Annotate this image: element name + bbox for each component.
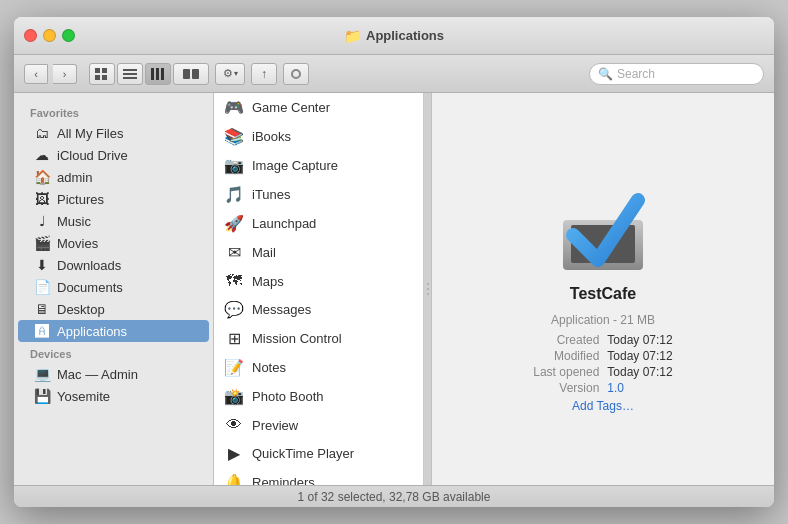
tag-button[interactable] [283,63,309,85]
titlebar: 📁 Applications [14,17,774,55]
sidebar-item-admin[interactable]: 🏠 admin [18,166,209,188]
grid-icon [95,68,109,80]
svg-rect-3 [102,75,107,80]
view-icon-button[interactable] [89,63,115,85]
version-label: Version [533,381,599,395]
file-item-launchpad[interactable]: 🚀 Launchpad [214,209,423,238]
svg-rect-5 [123,73,137,75]
app-type: Application - 21 MB [551,313,655,327]
detail-panel: TestCafe Application - 21 MB Created Tod… [432,93,774,485]
svg-rect-0 [95,68,100,73]
dropdown-arrow: ▾ [234,69,238,78]
file-item-itunes[interactable]: 🎵 iTunes [214,180,423,209]
file-item-image-capture[interactable]: 📷 Image Capture [214,151,423,180]
svg-rect-1 [102,68,107,73]
share-button[interactable]: ↑ [251,63,277,85]
status-text: 1 of 32 selected, 32,78 GB available [298,490,491,504]
svg-rect-11 [192,69,199,79]
sidebar-item-documents[interactable]: 📄 Documents [18,276,209,298]
last-opened-value: Today 07:12 [607,365,672,379]
view-column-button[interactable] [145,63,171,85]
desktop-icon: 🖥 [34,301,50,317]
detail-meta: Created Today 07:12 Modified Today 07:12… [533,333,672,395]
file-item-maps[interactable]: 🗺 Maps [214,267,423,295]
app-name: TestCafe [570,285,636,303]
sidebar-item-all-my-files[interactable]: 🗂 All My Files [18,122,209,144]
file-item-game-center[interactable]: 🎮 Game Center [214,93,423,122]
close-button[interactable] [24,29,37,42]
yosemite-icon: 💾 [34,388,50,404]
image-capture-icon: 📷 [224,156,244,175]
game-center-icon: 🎮 [224,98,244,117]
sidebar-item-music[interactable]: ♩ Music [18,210,209,232]
home-icon: 🏠 [34,169,50,185]
sidebar-item-yosemite[interactable]: 💾 Yosemite [18,385,209,407]
column-icon [151,68,165,80]
sidebar-item-downloads[interactable]: ⬇ Downloads [18,254,209,276]
file-item-quicktime[interactable]: ▶ QuickTime Player [214,439,423,468]
mission-control-icon: ⊞ [224,329,244,348]
photo-booth-icon: 📸 [224,387,244,406]
devices-label: Devices [14,342,213,363]
action-button[interactable]: ⚙ ▾ [215,63,245,85]
icloud-icon: ☁ [34,147,50,163]
sidebar-item-mac-admin[interactable]: 💻 Mac — Admin [18,363,209,385]
movies-icon: 🎬 [34,235,50,251]
maps-icon: 🗺 [224,272,244,290]
sidebar-item-movies[interactable]: 🎬 Movies [18,232,209,254]
view-buttons [89,63,209,85]
file-item-preview[interactable]: 👁 Preview [214,411,423,439]
share-icon: ↑ [261,67,267,81]
version-value: 1.0 [607,381,672,395]
svg-rect-4 [123,69,137,71]
music-icon: ♩ [34,213,50,229]
mac-icon: 💻 [34,366,50,382]
list-icon [123,68,137,80]
view-list-button[interactable] [117,63,143,85]
documents-icon: 📄 [34,279,50,295]
resize-dots [427,283,429,295]
applications-icon: 🅰 [34,323,50,339]
svg-rect-8 [156,68,159,80]
view-cover-button[interactable] [173,63,209,85]
cover-icon [181,68,201,80]
file-item-ibooks[interactable]: 📚 iBooks [214,122,423,151]
file-item-reminders[interactable]: 🔔 Reminders [214,468,423,485]
ibooks-icon: 📚 [224,127,244,146]
maximize-button[interactable] [62,29,75,42]
sidebar-item-pictures[interactable]: 🖼 Pictures [18,188,209,210]
reminders-icon: 🔔 [224,473,244,485]
file-item-photo-booth[interactable]: 📸 Photo Booth [214,382,423,411]
sidebar-item-applications[interactable]: 🅰 Applications [18,320,209,342]
toolbar: ‹ › [14,55,774,93]
gear-icon: ⚙ [223,67,233,80]
file-item-messages[interactable]: 💬 Messages [214,295,423,324]
minimize-button[interactable] [43,29,56,42]
modified-value: Today 07:12 [607,349,672,363]
traffic-lights [24,29,75,42]
modified-label: Modified [533,349,599,363]
forward-button[interactable]: › [53,64,77,84]
folder-icon: 📁 [344,28,361,44]
messages-icon: 💬 [224,300,244,319]
sidebar-item-desktop[interactable]: 🖥 Desktop [18,298,209,320]
search-box[interactable]: 🔍 Search [589,63,764,85]
sidebar-item-icloud-drive[interactable]: ☁ iCloud Drive [18,144,209,166]
pictures-icon: 🖼 [34,191,50,207]
downloads-icon: ⬇ [34,257,50,273]
file-item-mail[interactable]: ✉ Mail [214,238,423,267]
resize-handle[interactable] [424,93,432,485]
svg-rect-6 [123,77,137,79]
statusbar: 1 of 32 selected, 32,78 GB available [14,485,774,507]
mail-icon: ✉ [224,243,244,262]
add-tags-link[interactable]: Add Tags… [572,399,634,413]
file-item-mission-control[interactable]: ⊞ Mission Control [214,324,423,353]
file-item-notes[interactable]: 📝 Notes [214,353,423,382]
search-placeholder: Search [617,67,655,81]
svg-rect-2 [95,75,100,80]
preview-icon: 👁 [224,416,244,434]
back-button[interactable]: ‹ [24,64,48,84]
finder-window: 📁 Applications ‹ › [14,17,774,507]
sidebar: Favorites 🗂 All My Files ☁ iCloud Drive … [14,93,214,485]
notes-icon: 📝 [224,358,244,377]
